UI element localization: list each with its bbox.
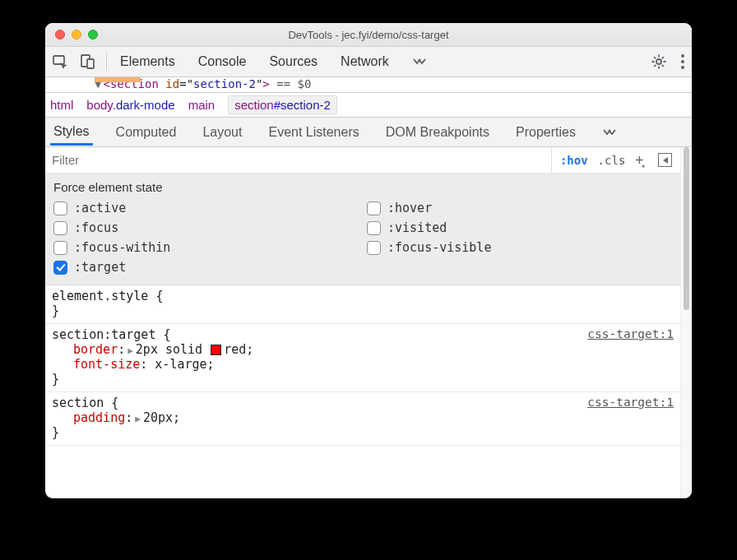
tab-sources[interactable]: Sources [269, 54, 318, 69]
force-state-item[interactable]: :active [53, 201, 359, 215]
force-state-item[interactable]: :focus [53, 220, 359, 235]
breadcrumb-item-selected[interactable]: section#section-2 [228, 95, 337, 114]
dom-suffix: == $0 [270, 77, 312, 90]
dom-attr-value: section-2 [193, 77, 256, 90]
checkbox[interactable] [367, 241, 381, 255]
property-value[interactable]: 20px [143, 410, 173, 425]
scrollbar-thumb[interactable] [684, 147, 689, 310]
selector[interactable]: element.style { [52, 289, 674, 303]
svg-rect-0 [53, 56, 64, 64]
selector[interactable]: section { [52, 396, 674, 410]
kebab-menu-icon[interactable] [680, 53, 685, 70]
tab-elements[interactable]: Elements [120, 54, 175, 69]
main-toolbar: Elements Console Sources Network [45, 47, 692, 77]
breadcrumb-item[interactable]: main [188, 98, 216, 112]
computed-styles-toggle-icon[interactable] [658, 153, 672, 167]
scrollbar[interactable] [680, 147, 692, 498]
devtools-window: DevTools - jec.fyi/demo/css-target Eleme… [45, 23, 692, 498]
color-swatch-icon[interactable] [211, 345, 221, 355]
titlebar: DevTools - jec.fyi/demo/css-target [45, 23, 692, 47]
source-link[interactable]: css-target:1 [587, 327, 674, 340]
gear-icon[interactable] [651, 53, 667, 70]
breadcrumb: html body.dark-mode main section#section… [45, 93, 692, 118]
checkbox[interactable] [53, 201, 67, 215]
toggle-cls[interactable]: .cls [598, 154, 626, 167]
force-state-label: :focus-within [74, 240, 170, 255]
svg-point-6 [681, 66, 684, 69]
panel-tabs: Elements Console Sources Network [120, 54, 427, 69]
force-state-item[interactable]: :focus-visible [367, 240, 672, 255]
force-state-label: :focus-visible [387, 240, 491, 255]
separator [106, 53, 107, 71]
checkbox[interactable] [53, 261, 67, 275]
breadcrumb-item[interactable]: html [50, 98, 73, 112]
selector[interactable]: section:target { [52, 327, 674, 342]
svg-point-4 [681, 54, 684, 58]
css-rule[interactable]: element.style {} [45, 285, 680, 324]
css-declaration[interactable]: border:▶2px solid red; [52, 342, 674, 357]
subtab-event-listeners[interactable]: Event Listeners [265, 120, 362, 145]
force-state-heading: Force element state [53, 180, 672, 194]
subtab-styles[interactable]: Styles [50, 119, 93, 146]
subtab-dom-breakpoints[interactable]: DOM Breakpoints [382, 120, 493, 145]
css-rule[interactable]: css-target:1section:target {border:▶2px … [45, 324, 680, 392]
styles-panel: :hov .cls +▾ Force element state :active… [45, 147, 680, 498]
more-subtabs-icon[interactable] [599, 122, 620, 143]
subtab-properties[interactable]: Properties [512, 120, 579, 145]
breadcrumb-item[interactable]: body.dark-mode [86, 98, 174, 112]
svg-point-3 [656, 59, 661, 64]
force-state-item[interactable]: :hover [367, 201, 672, 215]
styles-subtabs: Styles Computed Layout Event Listeners D… [45, 118, 692, 147]
dom-tag: section [110, 77, 159, 90]
filter-bar: :hov .cls +▾ [45, 147, 680, 174]
property-value[interactable]: x-large [155, 357, 206, 372]
inspect-icon[interactable] [52, 53, 68, 70]
css-rules: element.style {}css-target:1section:targ… [45, 285, 680, 446]
force-state-item[interactable]: :visited [367, 220, 672, 235]
window-title: DevTools - jec.fyi/demo/css-target [45, 29, 692, 41]
dom-attr: id [165, 77, 179, 90]
svg-rect-2 [87, 59, 94, 68]
force-element-state: Force element state :active:hover:focus:… [45, 174, 680, 285]
css-declaration[interactable]: font-size: x-large; [52, 357, 674, 372]
device-toggle-icon[interactable] [80, 53, 96, 70]
subtab-layout[interactable]: Layout [199, 120, 245, 145]
tab-console[interactable]: Console [198, 54, 247, 69]
brace-close: } [52, 303, 674, 318]
force-state-item[interactable]: :focus-within [53, 240, 359, 255]
property-name[interactable]: padding [73, 410, 125, 425]
checkbox[interactable] [53, 221, 67, 235]
subtab-computed[interactable]: Computed [113, 120, 180, 145]
force-state-label: :target [74, 260, 126, 275]
force-state-label: :hover [387, 201, 432, 215]
checkbox[interactable] [367, 201, 381, 215]
css-declaration[interactable]: padding:▶20px; [52, 410, 674, 425]
dom-source-line[interactable]: ▼<section id="section-2"> == $0 [45, 77, 692, 93]
source-link[interactable]: css-target:1 [587, 396, 674, 409]
property-name[interactable]: font-size [73, 357, 140, 372]
checkbox[interactable] [367, 221, 381, 235]
force-state-item[interactable]: :target [53, 260, 359, 275]
force-state-label: :focus [74, 220, 118, 235]
force-state-label: :visited [387, 220, 447, 235]
brace-close: } [52, 425, 674, 440]
new-style-rule-icon[interactable]: +▾ [635, 152, 648, 169]
css-rule[interactable]: css-target:1section {padding:▶20px;} [45, 392, 680, 446]
brace-close: } [52, 372, 674, 386]
svg-point-5 [681, 60, 684, 63]
filter-input[interactable] [45, 148, 552, 173]
more-tabs-icon[interactable] [412, 56, 427, 67]
tab-network[interactable]: Network [341, 54, 389, 69]
property-value[interactable]: 2px solid red [136, 342, 246, 357]
property-name[interactable]: border [73, 342, 118, 357]
checkbox[interactable] [53, 241, 67, 255]
force-state-label: :active [74, 201, 126, 215]
toggle-hov[interactable]: :hov [560, 154, 588, 167]
